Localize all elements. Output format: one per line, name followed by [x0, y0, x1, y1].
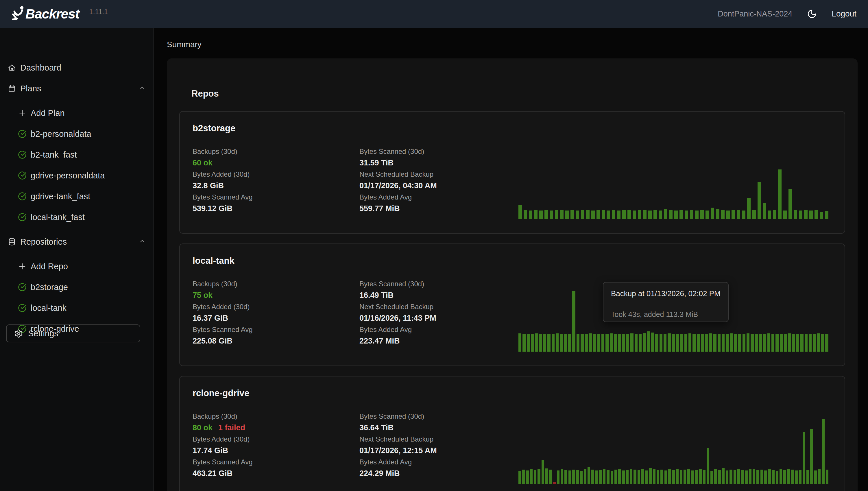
sidebar-item-dashboard[interactable]: Dashboard — [0, 57, 153, 78]
backup-bar[interactable] — [734, 470, 736, 484]
backup-bar[interactable] — [560, 210, 564, 219]
backup-bar[interactable] — [722, 334, 725, 352]
backup-bar[interactable] — [535, 334, 538, 352]
backup-bar[interactable] — [568, 470, 571, 484]
backup-bar[interactable] — [716, 209, 719, 219]
backup-bar[interactable] — [742, 210, 745, 219]
backup-bar[interactable] — [749, 469, 751, 484]
backup-bar[interactable] — [545, 468, 548, 484]
backup-bar[interactable] — [680, 470, 682, 484]
backup-bar[interactable] — [718, 334, 721, 352]
backup-bar[interactable] — [767, 334, 770, 352]
backup-bar[interactable] — [635, 334, 637, 352]
backup-bar[interactable] — [684, 470, 686, 484]
backup-bar[interactable] — [668, 469, 671, 484]
backup-bar[interactable] — [576, 470, 578, 484]
backup-bar[interactable] — [581, 210, 585, 219]
backup-bar[interactable] — [538, 469, 540, 484]
backup-bar[interactable] — [718, 470, 721, 484]
backup-bar[interactable] — [626, 334, 629, 352]
backup-bar[interactable] — [552, 334, 555, 352]
backup-bar[interactable] — [638, 210, 641, 219]
backup-bar[interactable] — [809, 334, 812, 352]
backup-bar[interactable] — [586, 210, 590, 219]
backup-bar[interactable] — [737, 210, 740, 219]
backup-bar[interactable] — [518, 334, 521, 352]
backup-bar[interactable] — [612, 210, 615, 219]
backup-bar[interactable] — [703, 470, 706, 484]
backup-bar[interactable] — [531, 334, 534, 352]
sidebar-item-add-repo[interactable]: Add Repo — [0, 256, 153, 277]
backup-bar[interactable] — [584, 469, 587, 484]
backup-bar[interactable] — [760, 470, 763, 484]
backup-bar[interactable] — [526, 470, 529, 484]
backup-bar[interactable] — [803, 432, 805, 484]
sidebar-item-repositories[interactable]: Repositories — [0, 231, 153, 252]
backup-bar[interactable] — [691, 470, 694, 484]
backup-bar[interactable] — [660, 470, 663, 484]
backup-bar[interactable] — [543, 334, 546, 352]
backup-bar[interactable] — [597, 334, 600, 352]
backup-bar[interactable] — [714, 469, 717, 484]
backup-bar[interactable] — [568, 334, 571, 352]
backup-bar[interactable] — [738, 334, 741, 352]
backup-bar[interactable] — [756, 470, 759, 484]
backup-bar[interactable] — [759, 334, 762, 352]
backup-bar[interactable] — [800, 334, 803, 352]
backup-bar[interactable] — [618, 334, 621, 352]
backup-bar[interactable] — [810, 429, 813, 484]
backup-bar[interactable] — [773, 210, 776, 219]
backup-bar[interactable] — [757, 182, 761, 219]
backup-bar[interactable] — [534, 210, 538, 219]
backup-bar[interactable] — [822, 419, 824, 484]
backup-bar[interactable] — [796, 334, 799, 352]
backup-bar[interactable] — [794, 210, 797, 219]
backup-bar[interactable] — [664, 470, 667, 484]
backup-bar[interactable] — [687, 469, 690, 484]
sidebar-item-settings[interactable]: Settings — [6, 324, 140, 342]
backup-bar[interactable] — [544, 210, 548, 219]
backup-bar[interactable] — [780, 334, 783, 352]
backup-bar-failed[interactable] — [553, 482, 556, 484]
sidebar-item-plan-b2-tank-fast[interactable]: b2-tank_fast — [0, 144, 153, 165]
backup-bar[interactable] — [530, 469, 533, 484]
backup-bar[interactable] — [737, 469, 740, 484]
backup-bar[interactable] — [734, 334, 737, 352]
sidebar-item-plan-local-tank-fast[interactable]: local-tank_fast — [0, 207, 153, 228]
backup-bar[interactable] — [763, 203, 766, 219]
backup-bar[interactable] — [705, 334, 708, 352]
backup-bar[interactable] — [556, 334, 559, 352]
backup-bar[interactable] — [747, 198, 751, 219]
backup-bar[interactable] — [768, 210, 772, 219]
backup-bar[interactable] — [607, 210, 610, 219]
backup-bar[interactable] — [711, 471, 713, 484]
backup-bar[interactable] — [626, 470, 629, 484]
backup-bar[interactable] — [585, 334, 588, 352]
backup-bar[interactable] — [788, 189, 792, 219]
backup-bar[interactable] — [588, 467, 590, 484]
backup-bar[interactable] — [752, 210, 756, 219]
backup-bar[interactable] — [591, 470, 594, 484]
backup-bar[interactable] — [799, 470, 802, 484]
chevron-up-icon[interactable] — [139, 84, 146, 93]
backup-bar[interactable] — [747, 334, 749, 352]
backup-bar[interactable] — [599, 470, 602, 484]
backup-bar[interactable] — [713, 334, 716, 352]
backup-bar[interactable] — [674, 210, 678, 219]
backup-bar[interactable] — [630, 334, 633, 352]
backup-bar[interactable] — [788, 334, 791, 352]
backup-bar[interactable] — [672, 470, 675, 484]
backup-bar[interactable] — [593, 334, 596, 352]
backup-bar[interactable] — [695, 470, 698, 484]
backup-bar[interactable] — [826, 470, 828, 484]
backup-bar[interactable] — [776, 334, 778, 352]
backup-bar[interactable] — [522, 470, 525, 484]
backup-bar[interactable] — [651, 333, 654, 352]
backup-bar[interactable] — [523, 210, 527, 219]
backup-bar[interactable] — [676, 334, 679, 352]
backup-bar[interactable] — [660, 334, 662, 352]
backup-bar[interactable] — [518, 205, 522, 219]
backup-bar[interactable] — [776, 471, 778, 484]
backup-bar[interactable] — [633, 210, 636, 219]
backup-bar[interactable] — [764, 470, 767, 484]
